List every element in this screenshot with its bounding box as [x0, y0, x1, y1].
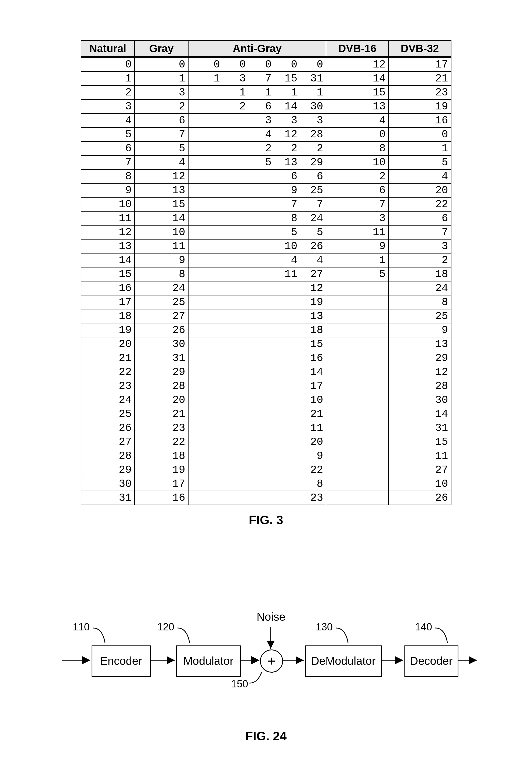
cell-dvb16: 5	[326, 267, 389, 281]
cell-dvb16	[326, 337, 389, 351]
cell-gray: 29	[135, 365, 188, 379]
table-row: 2030 1513	[81, 337, 451, 351]
cell-natural: 31	[81, 491, 135, 505]
ref-demodulator: 130	[316, 621, 333, 633]
cell-antigray: 10 26	[188, 239, 326, 253]
cell-natural: 7	[81, 155, 135, 169]
cell-natural: 18	[81, 309, 135, 323]
cell-gray: 4	[135, 155, 188, 169]
cell-dvb32: 13	[389, 337, 451, 351]
cell-gray: 0	[135, 57, 188, 71]
table-row: 23 1 1 1 11523	[81, 85, 451, 99]
ref-decoder: 140	[415, 621, 432, 633]
cell-natural: 11	[81, 211, 135, 225]
cell-natural: 8	[81, 169, 135, 183]
header-gray: Gray	[135, 41, 188, 57]
cell-gray: 31	[135, 351, 188, 365]
cell-gray: 18	[135, 449, 188, 463]
cell-dvb32: 11	[389, 449, 451, 463]
table-row: 1926 189	[81, 323, 451, 337]
cell-natural: 30	[81, 477, 135, 491]
table-row: 57 4 12 2800	[81, 127, 451, 141]
header-dvb16: DVB-16	[326, 41, 389, 57]
cell-natural: 5	[81, 127, 135, 141]
cell-gray: 22	[135, 435, 188, 449]
cell-natural: 27	[81, 435, 135, 449]
cell-gray: 20	[135, 393, 188, 407]
cell-natural: 15	[81, 267, 135, 281]
cell-dvb32: 14	[389, 407, 451, 421]
cell-antigray: 11	[188, 421, 326, 435]
table-row: 32 2 6 14 301319	[81, 99, 451, 113]
cell-natural: 14	[81, 253, 135, 267]
cell-natural: 19	[81, 323, 135, 337]
table-row: 2818 911	[81, 449, 451, 463]
cell-gray: 13	[135, 183, 188, 197]
cell-dvb16	[326, 309, 389, 323]
cell-antigray: 2 2 2	[188, 141, 326, 155]
cell-antigray: 9	[188, 449, 326, 463]
cell-gray: 5	[135, 141, 188, 155]
cell-dvb16	[326, 463, 389, 477]
cell-natural: 28	[81, 449, 135, 463]
cell-gray: 26	[135, 323, 188, 337]
table-row: 812 6 624	[81, 169, 451, 183]
cell-dvb16: 13	[326, 99, 389, 113]
cell-dvb16	[326, 323, 389, 337]
cell-natural: 26	[81, 421, 135, 435]
cell-antigray: 21	[188, 407, 326, 421]
table-row: 1114 8 2436	[81, 211, 451, 225]
cell-dvb32: 25	[389, 309, 451, 323]
cell-antigray: 9 25	[188, 183, 326, 197]
cell-natural: 22	[81, 365, 135, 379]
cell-dvb32: 1	[389, 141, 451, 155]
cell-natural: 4	[81, 113, 135, 127]
cell-dvb16: 8	[326, 141, 389, 155]
cell-gray: 11	[135, 239, 188, 253]
cell-dvb16	[326, 449, 389, 463]
cell-gray: 9	[135, 253, 188, 267]
cell-antigray: 1 1 1 1	[188, 85, 326, 99]
cell-dvb16: 12	[326, 57, 389, 71]
cell-dvb16	[326, 407, 389, 421]
cell-natural: 12	[81, 225, 135, 239]
cell-gray: 27	[135, 309, 188, 323]
table-row: 2229 1412	[81, 365, 451, 379]
page: Natural Gray Anti-Gray DVB-16 DVB-32 00 …	[0, 11, 532, 771]
table-row: 11 1 3 7 15 311421	[81, 71, 451, 85]
cell-gray: 19	[135, 463, 188, 477]
cell-antigray: 13	[188, 309, 326, 323]
decoder-block: Decoder	[404, 646, 458, 677]
cell-dvb32: 18	[389, 267, 451, 281]
cell-dvb32: 2	[389, 253, 451, 267]
cell-natural: 13	[81, 239, 135, 253]
cell-gray: 16	[135, 491, 188, 505]
cell-dvb32: 20	[389, 183, 451, 197]
cell-antigray: 2 6 14 30	[188, 99, 326, 113]
cell-antigray: 10	[188, 393, 326, 407]
cell-dvb32: 31	[389, 421, 451, 435]
cell-antigray: 1 3 7 15 31	[188, 71, 326, 85]
cell-gray: 24	[135, 281, 188, 295]
cell-dvb16	[326, 365, 389, 379]
table-row: 2919 2227	[81, 463, 451, 477]
table-row: 1311 10 2693	[81, 239, 451, 253]
table-row: 2328 1728	[81, 379, 451, 393]
cell-dvb32: 0	[389, 127, 451, 141]
cell-gray: 28	[135, 379, 188, 393]
cell-antigray: 3 3 3	[188, 113, 326, 127]
cell-gray: 10	[135, 225, 188, 239]
cell-dvb32: 22	[389, 197, 451, 211]
cell-dvb32: 27	[389, 463, 451, 477]
cell-dvb16	[326, 379, 389, 393]
cell-gray: 8	[135, 267, 188, 281]
cell-gray: 14	[135, 211, 188, 225]
block-diagram: Noise 110 120 150 130 140 Encoder Modula…	[51, 592, 481, 743]
header-natural: Natural	[81, 41, 135, 57]
cell-dvb32: 9	[389, 323, 451, 337]
cell-dvb32: 29	[389, 351, 451, 365]
table-row: 1015 7 7722	[81, 197, 451, 211]
cell-gray: 1	[135, 71, 188, 85]
cell-dvb16	[326, 295, 389, 309]
header-dvb32: DVB-32	[389, 41, 451, 57]
